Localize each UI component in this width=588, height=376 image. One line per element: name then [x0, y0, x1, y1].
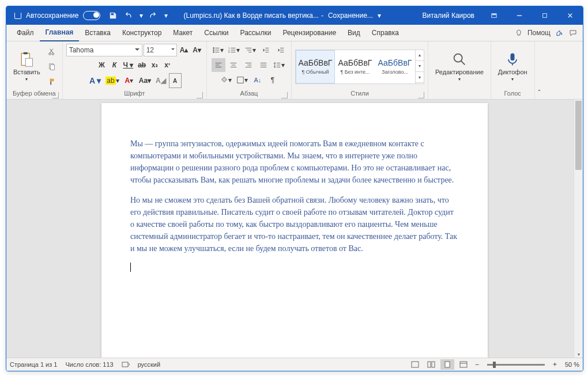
svg-point-16 — [213, 51, 214, 53]
tab-file[interactable]: Файл — [11, 25, 40, 41]
qat-customize-button[interactable]: ▾ — [160, 6, 172, 25]
tab-review[interactable]: Рецензирование — [277, 25, 342, 41]
line-spacing-button[interactable]: ▾ — [272, 58, 287, 72]
style-heading[interactable]: АаБбВвГЗаголово... — [375, 50, 414, 83]
svg-rect-55 — [432, 362, 435, 367]
styles-down-button[interactable]: ▾ — [416, 61, 424, 72]
bold-button[interactable]: Ж — [96, 58, 107, 72]
style-no-spacing[interactable]: АаБбВвГ¶ Без инте... — [336, 50, 375, 83]
language-button[interactable]: русский — [138, 361, 160, 368]
redo-button[interactable] — [144, 6, 160, 25]
numbering-button[interactable]: 123▾ — [227, 43, 242, 57]
close-button[interactable] — [557, 6, 583, 25]
title-dropdown-icon[interactable]: ▾ — [378, 12, 381, 20]
zoom-in-button[interactable]: + — [551, 360, 559, 369]
zoom-slider[interactable] — [487, 364, 545, 366]
change-case-button[interactable]: Aa▾ — [137, 74, 153, 88]
multilevel-button[interactable]: ▾ — [243, 43, 258, 57]
print-layout-button[interactable] — [440, 359, 454, 370]
grow-font-button[interactable]: A▴ — [178, 43, 190, 57]
paragraph-2[interactable]: Но мы не сможем это сделать без Вашей об… — [130, 194, 459, 255]
svg-rect-51 — [511, 54, 515, 61]
scroll-thumb[interactable] — [575, 101, 582, 170]
web-layout-button[interactable] — [457, 359, 470, 370]
save-button[interactable] — [105, 6, 121, 25]
share-button[interactable] — [554, 28, 564, 37]
font-dialog-launcher[interactable] — [197, 92, 203, 98]
word-count[interactable]: Число слов: 113 — [65, 361, 113, 368]
shading-button[interactable]: ▾ — [218, 73, 233, 87]
tab-references[interactable]: Ссылки — [198, 25, 234, 41]
font-group-label: Шрифт — [124, 90, 145, 97]
italic-button[interactable]: К — [108, 58, 120, 72]
shrink-font-button[interactable]: A▾ — [191, 43, 203, 57]
undo-button[interactable] — [121, 6, 137, 25]
font-color-button[interactable]: A▾ — [122, 74, 136, 88]
cut-button[interactable] — [45, 45, 59, 59]
tab-help[interactable]: Справка — [366, 25, 405, 41]
text-effects-button[interactable]: A ▾ — [88, 74, 103, 88]
user-name[interactable]: Виталий Каиров — [419, 12, 481, 20]
proofing-button[interactable] — [122, 360, 130, 369]
zoom-slider-thumb[interactable] — [493, 362, 496, 368]
sort-button[interactable]: А↓ — [251, 73, 265, 87]
vertical-scrollbar[interactable]: ▴ ▾ — [574, 100, 583, 358]
bullets-button[interactable]: ▾ — [210, 43, 225, 57]
paste-label: Вставить — [13, 69, 40, 75]
clipboard-dialog-launcher[interactable] — [52, 92, 59, 98]
zoom-out-button[interactable]: − — [473, 360, 481, 369]
read-view-button[interactable] — [424, 359, 438, 370]
minimize-button[interactable] — [507, 6, 532, 25]
tell-me-icon[interactable] — [514, 28, 524, 37]
format-painter-button[interactable] — [45, 75, 59, 89]
strikethrough-button[interactable]: ab — [136, 58, 148, 72]
scroll-down-button[interactable]: ▾ — [574, 350, 583, 358]
tab-home[interactable]: Главная — [40, 24, 80, 41]
comments-button[interactable] — [568, 28, 578, 37]
tab-insert[interactable]: Вставка — [79, 25, 116, 41]
document-title: (Lumpics.ru) Как в Ворде писать вертика.… — [183, 12, 318, 20]
zoom-level[interactable]: 50 % — [565, 361, 579, 368]
show-marks-button[interactable]: ¶ — [266, 73, 280, 87]
styles-group-label: Стили — [350, 90, 369, 97]
dictate-button[interactable]: Диктофон ▾ — [495, 45, 531, 88]
paragraph-1[interactable]: Мы — группа энтузиастов, одержимых идеей… — [130, 138, 459, 186]
collapse-ribbon-button[interactable]: ˆ — [535, 41, 544, 99]
align-justify-button[interactable] — [257, 58, 270, 72]
tab-mailings[interactable]: Рассылки — [235, 25, 277, 41]
page-count[interactable]: Страница 1 из 1 — [10, 361, 57, 368]
borders-button[interactable]: ▾ — [235, 73, 250, 87]
phonetic-button[interactable]: A — [169, 73, 182, 88]
paste-button[interactable]: Вставить ▾ — [10, 45, 44, 88]
decrease-indent-button[interactable] — [259, 43, 273, 57]
highlight-button[interactable]: ab▾ — [104, 74, 120, 88]
tab-view[interactable]: Вид — [342, 25, 366, 41]
styles-dialog-launcher[interactable] — [418, 92, 424, 98]
increase-indent-button[interactable] — [274, 43, 288, 57]
subscript-button[interactable]: x₂ — [149, 58, 160, 72]
tab-layout[interactable]: Макет — [167, 25, 198, 41]
superscript-button[interactable]: x² — [161, 58, 173, 72]
autosave-toggle[interactable] — [83, 11, 100, 20]
underline-button[interactable]: Ч ▾ — [121, 58, 135, 72]
font-name-select[interactable]: Tahoma — [66, 44, 142, 56]
align-left-button[interactable] — [212, 58, 225, 72]
maximize-button[interactable] — [532, 6, 557, 25]
align-center-button[interactable] — [227, 58, 240, 72]
copy-button[interactable] — [45, 60, 59, 74]
tell-me-label[interactable]: Помощ — [527, 29, 551, 37]
styles-up-button[interactable]: ▴ — [416, 50, 424, 61]
page[interactable]: Мы — группа энтузиастов, одержимых идеей… — [101, 103, 488, 358]
style-normal[interactable]: АаБбВвГ¶ Обычный — [296, 50, 335, 83]
paragraph-dialog-launcher[interactable] — [281, 92, 288, 98]
undo-dropdown-icon[interactable]: ▾ — [140, 12, 143, 20]
styles-expand-button[interactable]: ▾ — [416, 72, 424, 83]
focus-view-button[interactable] — [408, 359, 422, 370]
svg-line-50 — [461, 60, 465, 64]
editing-button[interactable]: Редактирование ▾ — [432, 45, 487, 88]
font-size-select[interactable]: 12 — [144, 44, 177, 56]
ribbon-display-button[interactable] — [481, 6, 507, 25]
clear-format-button[interactable]: A◢ — [154, 74, 168, 88]
align-right-button[interactable] — [242, 58, 255, 72]
tab-design[interactable]: Конструктор — [116, 25, 167, 41]
